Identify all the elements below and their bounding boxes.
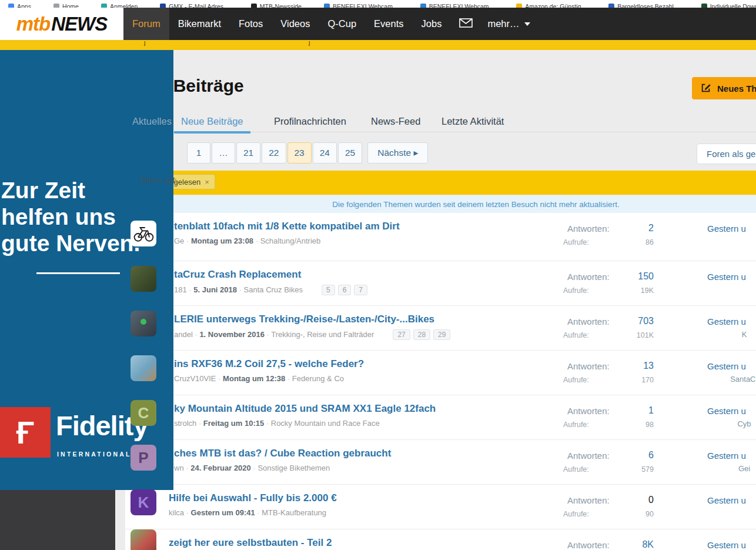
thread-author[interactable]: CruzV10VIE	[174, 374, 216, 383]
thread-title[interactable]: ins RXF36 M.2 Coil 27,5 - welche Feder?	[174, 358, 556, 370]
new-thread-button[interactable]: Neues Th	[692, 77, 756, 99]
filter-ad-banner[interactable]	[160, 171, 756, 195]
page-link-25[interactable]: 25	[338, 142, 362, 164]
letter-avatar-k[interactable]: K	[131, 489, 156, 515]
last-post-time[interactable]: Gestern u	[707, 361, 746, 371]
content-area: Neue Beiträge Neues Th AktuellesNeue Bei…	[125, 50, 756, 550]
bookmark-item[interactable]: Apps	[8, 3, 31, 8]
page-link-24[interactable]: 24	[313, 142, 337, 164]
thread-author[interactable]: 181	[174, 285, 187, 294]
thread-title[interactable]: LERIE unterwegs Trekking-/Reise-/Lasten-…	[174, 314, 556, 325]
nav-item-q-cup[interactable]: Q-Cup	[319, 8, 365, 40]
last-post-time[interactable]: Gestern u	[707, 224, 746, 234]
thread-forum-link[interactable]: Rocky Mountain und Race Face	[271, 419, 380, 428]
thread-author[interactable]: kilca	[169, 508, 184, 517]
page-link-21[interactable]: 21	[236, 142, 260, 164]
fidelity-logo-icon: Ғ	[0, 407, 51, 458]
dark-bike-photo[interactable]	[131, 311, 156, 336]
portrait-photo[interactable]	[131, 355, 156, 381]
thread-date: Montag um 23:08	[191, 236, 253, 245]
site-logo[interactable]: mtb NEWS	[0, 8, 123, 40]
tab-news-feed[interactable]: News-Feed	[371, 116, 420, 127]
mark-forums-read-button[interactable]: Foren als gel	[697, 144, 756, 164]
bookmark-item[interactable]: GMX - E-Mail Adres...	[160, 3, 229, 8]
nav-item-events[interactable]: Events	[365, 8, 412, 40]
nav-item-forum[interactable]: Forum	[123, 8, 169, 40]
thread-forum-link[interactable]: Santa Cruz Bikes	[244, 285, 303, 294]
nav-item-fotos[interactable]: Fotos	[230, 8, 272, 40]
page-link-1[interactable]: 1	[187, 142, 210, 164]
apps-icon	[8, 4, 14, 8]
letter-avatar-c[interactable]: C	[131, 400, 156, 426]
next-page-button[interactable]: Nächste ▸	[367, 142, 428, 164]
last-post-author[interactable]: SantaCr	[715, 375, 756, 384]
thread-forum-link[interactable]: Schaltung/Antrieb	[260, 236, 321, 245]
last-post-time[interactable]: Gestern u	[707, 540, 746, 550]
mail-nav-button[interactable]	[450, 8, 481, 40]
last-post-author[interactable]: K	[715, 330, 756, 339]
bookmark-item[interactable]: Amazon.de: Günstig...	[516, 3, 586, 8]
mark-forums-read-label: Foren als gel	[707, 149, 756, 159]
last-post-time[interactable]: Gestern u	[707, 495, 746, 505]
thread-author[interactable]: wn	[174, 464, 184, 472]
thread-forum-link[interactable]: Trekking-, Reise und Falträder	[271, 330, 374, 339]
page-link-…[interactable]: …	[212, 142, 235, 164]
top-ad-banner[interactable]: ȷ ȷ	[0, 40, 756, 50]
tab-aktuelles[interactable]: Aktuelles	[132, 116, 172, 127]
remove-filter-icon[interactable]: ×	[205, 178, 209, 186]
thread-author[interactable]: Ge	[174, 236, 184, 245]
bike-avatar[interactable]	[131, 221, 156, 246]
thread-forum-link[interactable]: Sonstige Bikethemen	[257, 464, 330, 472]
last-post-author[interactable]: Cyb	[715, 419, 756, 428]
thread-page-link[interactable]: 27	[393, 329, 410, 340]
thread-page-link[interactable]: 5	[322, 285, 335, 295]
pagination: 1…2122232425Nächste ▸	[187, 142, 428, 164]
nav-item-bikemarkt[interactable]: Bikemarkt	[169, 8, 230, 40]
last-post-time[interactable]: Gestern u	[707, 316, 746, 326]
thread-title[interactable]: zeigt her eure selbstbauten - Teil 2	[169, 537, 556, 549]
bookmark-item[interactable]: Home	[53, 3, 79, 8]
nav-item-more[interactable]: mehr…	[481, 8, 536, 40]
forest-rider-photo[interactable]	[131, 266, 156, 292]
ad-headline: Zur Zeit helfen uns gute Nerven.	[1, 177, 140, 256]
thread-title[interactable]: ky Mountain Altitude 2015 und SRAM XX1 E…	[174, 403, 556, 415]
page-link-23[interactable]: 23	[287, 142, 312, 164]
letter-avatar-p[interactable]: P	[131, 445, 156, 471]
nav-item-jobs[interactable]: Jobs	[413, 8, 451, 40]
last-post-time[interactable]: Gestern u	[707, 406, 746, 416]
nav-more-label: mehr…	[487, 18, 519, 29]
thread-author[interactable]: andel	[174, 330, 193, 339]
tab-profilnachrichten[interactable]: Profilnachrichten	[274, 116, 346, 127]
tab-neue-beitr-ge[interactable]: Neue Beiträge	[174, 116, 250, 134]
bookmark-item[interactable]: MTB-Newsside	[251, 3, 302, 8]
thread-forum-link[interactable]: MTB-Kaufberatung	[262, 508, 326, 517]
bookmark-item[interactable]: Individuelle Downhil...	[701, 3, 756, 8]
last-post-time[interactable]: Gestern u	[707, 272, 746, 282]
thread-title[interactable]: tenblatt 10fach mit 1/8 Kette kompatibel…	[174, 221, 556, 232]
thread-author[interactable]: strolch	[174, 419, 196, 428]
tab-letzte-aktivit-t[interactable]: Letzte Aktivität	[441, 116, 504, 127]
bookmark-label: BENEFLEXI Webcam...	[333, 3, 398, 8]
thread-page-link[interactable]: 6	[338, 285, 352, 295]
thread-forum-link[interactable]: Federung & Co	[292, 374, 344, 383]
helmet-rider-photo[interactable]	[131, 529, 156, 550]
last-post-author[interactable]: Gei	[715, 464, 756, 473]
bookmark-item[interactable]: Anmelden	[101, 3, 138, 8]
bookmark-label: BENEFLEXI Webcam...	[429, 3, 494, 8]
thread-page-link[interactable]: 29	[433, 329, 450, 340]
thread-main: zeigt her eure selbstbauten - Teil 2	[169, 537, 556, 550]
nav-item-videos[interactable]: Videos	[272, 8, 319, 40]
last-post-time[interactable]: Gestern u	[707, 451, 746, 461]
thread-page-link[interactable]: 7	[354, 285, 367, 295]
bookmark-label: Anmelden	[110, 3, 138, 8]
thread-title[interactable]: taCruz Crash Replacement	[174, 269, 556, 281]
bookmark-item[interactable]: Bargeldloses Bezahl...	[608, 3, 678, 8]
thread-title[interactable]: ches MTB ist das? / Cube Reaction gebrau…	[174, 448, 556, 459]
thread-page-link[interactable]: 28	[413, 329, 430, 340]
page-link-22[interactable]: 22	[262, 142, 286, 164]
bookmark-item[interactable]: BENEFLEXI Webcam...	[420, 3, 494, 8]
replies-label: Antworten:	[567, 224, 610, 234]
unchanged-threads-notice: Die folgenden Themen wurden seit deinem …	[125, 196, 756, 213]
bookmark-item[interactable]: BENEFLEXI Webcam...	[324, 3, 398, 8]
thread-title[interactable]: Hilfe bei Auswahl - Fully bis 2.000 €	[169, 492, 556, 504]
